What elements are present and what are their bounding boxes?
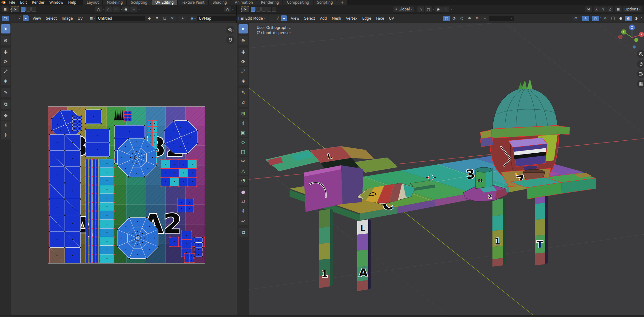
tool-cursor-3d[interactable]: ⊕ bbox=[239, 36, 248, 45]
image-name-field[interactable] bbox=[96, 16, 145, 21]
mirror-x-toggle[interactable]: X bbox=[594, 6, 600, 12]
blender-logo-icon[interactable] bbox=[0, 1, 7, 5]
shading-rendered[interactable]: ◑ bbox=[633, 16, 640, 21]
viewport-canvas[interactable]: 3C31LA1TL2317 bbox=[237, 23, 644, 315]
tool-knife[interactable]: ✂ bbox=[239, 157, 248, 166]
unlink-image-icon[interactable]: ✕ bbox=[169, 16, 176, 21]
edge-select-mode[interactable]: ╱ bbox=[275, 15, 281, 21]
viewport-area[interactable]: 3C31LA1TL2317 ➤⊕✚⟳⤢◈✎⊿⊞⇑▣◇◫✂△◔●⇄⇕▱⧉ User… bbox=[237, 23, 644, 315]
vp-face-menu[interactable]: Face bbox=[374, 16, 387, 21]
tab-rendering[interactable]: Rendering bbox=[257, 0, 283, 5]
menu-render[interactable]: Render bbox=[30, 0, 47, 5]
tool-bevel[interactable]: ◇ bbox=[239, 138, 248, 147]
tool-transform[interactable]: ◈ bbox=[239, 76, 248, 85]
filter-dropdown[interactable]: ∨ bbox=[489, 16, 514, 21]
shading-solid[interactable]: ● bbox=[617, 16, 624, 21]
vp-select-menu[interactable]: Select bbox=[302, 16, 318, 21]
transform-orientation-dropdown[interactable]: ⌖ Global ∨ bbox=[393, 6, 414, 12]
uv-pan-button[interactable] bbox=[226, 36, 235, 44]
tool-loop-cut[interactable]: ◫ bbox=[239, 147, 248, 156]
vp-view-menu[interactable]: View bbox=[288, 16, 302, 21]
tool-annotate[interactable]: ✎ bbox=[239, 88, 248, 97]
uv-pivot-dropdown[interactable]: ◎ bbox=[224, 6, 231, 12]
snap-base-icon[interactable]: ▦ bbox=[615, 6, 622, 12]
uv-image-menu[interactable]: Image bbox=[59, 16, 75, 21]
select-mode-subtract[interactable] bbox=[261, 7, 266, 12]
select-mode-new[interactable] bbox=[251, 7, 255, 12]
mirror-z-toggle[interactable]: Z bbox=[607, 6, 613, 12]
vp-vertex-menu[interactable]: Vertex bbox=[344, 16, 360, 21]
viewport-zoom-button[interactable] bbox=[637, 50, 644, 58]
camera-view-button[interactable] bbox=[637, 70, 644, 78]
snap-settings-dropdown[interactable]: ⠶ bbox=[113, 6, 120, 12]
active-tool-tweak[interactable]: ➤ bbox=[11, 6, 19, 12]
menu-window[interactable]: Window bbox=[47, 0, 65, 5]
edge-select-mode[interactable]: ╱ bbox=[17, 15, 22, 21]
select-mode-invert[interactable] bbox=[267, 7, 271, 12]
vertex-select-mode[interactable]: ⠂ bbox=[269, 15, 275, 21]
cube-snap-icon[interactable]: ⊞ bbox=[474, 16, 481, 21]
vp-add-menu[interactable]: Add bbox=[318, 16, 329, 21]
tab-shading[interactable]: Shading bbox=[209, 0, 231, 5]
tool-move[interactable]: ✚ bbox=[239, 48, 248, 57]
uv-editor-area[interactable]: ➤⊕✚⟳⤢◈✎⧉✥✌≬ BB2AA2 ‹ bbox=[0, 23, 237, 315]
shading-pie-icon[interactable]: ◔ bbox=[451, 16, 458, 21]
menu-help[interactable]: Help bbox=[66, 0, 79, 5]
tool-rip-region[interactable]: ⧉ bbox=[239, 228, 248, 237]
tab-sculpting[interactable]: Sculpting bbox=[127, 0, 151, 5]
tab-uv-editing[interactable]: UV Editing bbox=[152, 0, 177, 5]
uv-uv-menu[interactable]: UV bbox=[75, 16, 85, 21]
tab-compositing[interactable]: Compositing bbox=[283, 0, 313, 5]
face-select-mode[interactable]: ▪ bbox=[281, 15, 287, 21]
tool-poly-build[interactable]: △ bbox=[239, 166, 248, 175]
tab-animation[interactable]: Animation bbox=[231, 0, 257, 5]
tool-add-cube[interactable]: ⊞ bbox=[239, 109, 248, 118]
new-image-icon[interactable]: ⧉ bbox=[153, 16, 160, 21]
proportional-sphere-icon[interactable]: ◌ bbox=[458, 16, 465, 21]
select-mode-subtract[interactable] bbox=[31, 7, 36, 12]
tool-scale[interactable]: ⤢ bbox=[239, 67, 248, 76]
navigation-gizmo[interactable]: Z Y X bbox=[617, 23, 644, 51]
select-mode-intersect[interactable] bbox=[272, 7, 276, 12]
orthographic-toggle-button[interactable] bbox=[637, 80, 644, 88]
tab-scripting[interactable]: Scripting bbox=[314, 0, 337, 5]
menu-file[interactable]: File bbox=[7, 0, 18, 5]
globe-icon[interactable]: ⊕ bbox=[466, 16, 473, 21]
falloff-dropdown[interactable]: ∿ bbox=[130, 6, 137, 12]
snap-toggle-icon[interactable]: ∩ bbox=[417, 6, 424, 12]
falloff-dropdown[interactable]: ∿ bbox=[442, 6, 449, 12]
menu-edit[interactable]: Edit bbox=[18, 0, 29, 5]
proportional-editing-toggle[interactable]: ◉ bbox=[122, 6, 129, 12]
shading-material[interactable]: ◐ bbox=[625, 16, 632, 21]
xray-toggle[interactable]: ⧈ bbox=[602, 16, 609, 21]
pivot-point-dropdown[interactable]: ◎ bbox=[95, 6, 102, 12]
tool-shear[interactable]: ▱ bbox=[239, 216, 248, 225]
proportional-editing-toggle[interactable]: ◉ bbox=[435, 6, 442, 12]
show-object-types-dropdown[interactable]: ⊙ bbox=[572, 16, 579, 21]
select-mode-extend[interactable] bbox=[256, 7, 261, 12]
image-browse-dropdown[interactable]: ▦∨ bbox=[89, 16, 96, 21]
tool-inset-faces[interactable]: ▣ bbox=[239, 128, 248, 137]
search-icon[interactable]: ⌕ bbox=[481, 16, 488, 21]
select-mode-new[interactable] bbox=[21, 7, 26, 12]
tool-spin[interactable]: ◔ bbox=[239, 176, 248, 185]
viewport-pan-button[interactable] bbox=[637, 60, 644, 68]
vp-uv-menu[interactable]: UV bbox=[387, 16, 397, 21]
xray-select-icon[interactable]: ▢ bbox=[443, 16, 450, 21]
vertex-select-mode[interactable]: ⠂ bbox=[10, 15, 16, 21]
vp-edge-menu[interactable]: Edge bbox=[360, 16, 374, 21]
gizmos-toggle[interactable]: ✢ bbox=[582, 16, 589, 21]
tab-texture-paint[interactable]: Texture Paint bbox=[178, 0, 208, 5]
snap-with-dropdown[interactable]: ▢ bbox=[425, 6, 432, 12]
overlays-toggle[interactable]: ◎ bbox=[592, 16, 599, 21]
uvmap-dropdown[interactable]: ◉∨ bbox=[190, 16, 197, 21]
vp-mesh-menu[interactable]: Mesh bbox=[329, 16, 343, 21]
tool-shrink-fatten[interactable]: ⇕ bbox=[239, 206, 248, 216]
tab-layout[interactable]: Layout bbox=[83, 0, 102, 5]
tool-extrude-region[interactable]: ⇑ bbox=[239, 119, 248, 128]
editor-type-dropdown[interactable]: ▦ bbox=[2, 6, 9, 12]
uv-view-menu[interactable]: View bbox=[30, 16, 43, 21]
tool-measure[interactable]: ⊿ bbox=[239, 97, 248, 107]
active-tool-tweak[interactable]: ➤ bbox=[241, 6, 249, 12]
options-dropdown[interactable]: Options ∨ bbox=[623, 6, 642, 12]
